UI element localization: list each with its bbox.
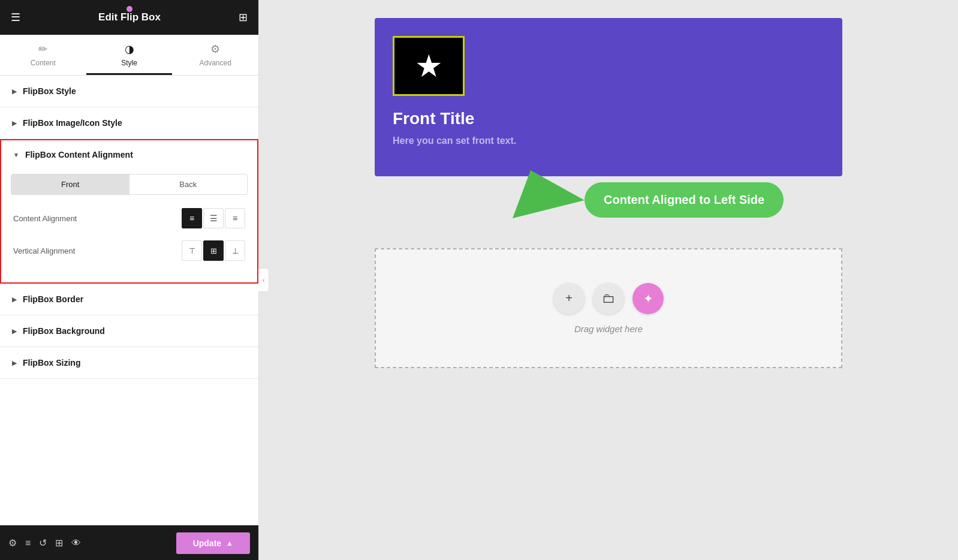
flipbox-sizing-header[interactable]: ▶ FlipBox Sizing xyxy=(0,347,258,378)
accordion-flipbox-content-alignment: ▼ FlipBox Content Alignment Front Back C… xyxy=(0,139,258,284)
chevron-right-icon2: ▶ xyxy=(12,120,17,127)
flipbox-content-alignment-label: FlipBox Content Alignment xyxy=(25,150,133,159)
accordion-flipbox-background: ▶ FlipBox Background xyxy=(0,315,258,347)
flipbox-background-label: FlipBox Background xyxy=(23,326,105,336)
add-widget-button[interactable]: + xyxy=(553,283,585,314)
green-arrow-svg xyxy=(513,170,585,218)
history-icon[interactable]: ↺ xyxy=(39,537,47,549)
chevron-right-icon4: ▶ xyxy=(12,328,17,335)
hamburger-icon[interactable]: ☰ xyxy=(11,11,20,24)
sidebar-header: ☰ Edit Flip Box ⊞ xyxy=(0,0,258,35)
chevron-right-icon5: ▶ xyxy=(12,360,17,366)
svg-marker-0 xyxy=(513,170,585,218)
tab-bar: ✏ Content ◑ Style ⚙ Advanced xyxy=(0,35,258,76)
content-tab-icon: ✏ xyxy=(38,43,47,56)
tab-content[interactable]: ✏ Content xyxy=(0,35,86,75)
grid-icon[interactable]: ⊞ xyxy=(239,11,248,24)
tooltip-area: Content Aligned to Left Side xyxy=(513,170,784,218)
sparkle-icon: ✦ xyxy=(643,291,653,306)
update-label: Update xyxy=(193,538,221,548)
sparkle-widget-button[interactable]: ✦ xyxy=(632,283,664,314)
flipbox-sizing-label: FlipBox Sizing xyxy=(23,358,80,368)
toggle-front[interactable]: Front xyxy=(11,174,129,194)
responsive-icon[interactable]: ⊞ xyxy=(55,537,63,549)
align-right-button[interactable]: ≡ xyxy=(225,208,245,228)
vertical-alignment-row: Vertical Alignment ⊤ ⊞ ⊥ xyxy=(11,238,248,263)
sidebar-content: ▶ FlipBox Style ▶ FlipBox Image/Icon Sty… xyxy=(0,76,258,525)
front-back-toggle: Front Back xyxy=(11,174,248,195)
chevron-right-icon: ▶ xyxy=(12,88,17,95)
vertical-alignment-label: Vertical Alignment xyxy=(13,246,75,255)
align-center-button[interactable]: ☰ xyxy=(203,208,224,228)
content-alignment-row: Content Alignment ≡ ☰ ≡ xyxy=(11,206,248,231)
flipbox-style-label: FlipBox Style xyxy=(23,86,76,96)
accordion-flipbox-sizing: ▶ FlipBox Sizing xyxy=(0,347,258,379)
accordion-flipbox-border: ▶ FlipBox Border xyxy=(0,284,258,315)
flipbox-content-alignment-header[interactable]: ▼ FlipBox Content Alignment xyxy=(1,140,257,169)
preview-icon[interactable]: 👁 xyxy=(71,538,81,549)
accordion-flipbox-style: ▶ FlipBox Style xyxy=(0,76,258,107)
widget-action-buttons: + 🗀 ✦ xyxy=(553,283,664,314)
sidebar: ☰ Edit Flip Box ⊞ ✏ Content ◑ Style ⚙ Ad… xyxy=(0,0,259,560)
valign-bottom-button[interactable]: ⊥ xyxy=(225,240,245,261)
flipbox-preview: ★ Front Title Here you can set front tex… xyxy=(375,18,842,176)
front-title: Front Title xyxy=(393,109,824,128)
flipbox-background-header[interactable]: ▶ FlipBox Background xyxy=(0,315,258,347)
content-alignment-label: Content Alignment xyxy=(13,214,77,223)
front-text: Here you can set front text. xyxy=(393,136,824,146)
advanced-tab-icon: ⚙ xyxy=(210,43,220,56)
flipbox-style-header[interactable]: ▶ FlipBox Style xyxy=(0,76,258,107)
update-button[interactable]: Update ▲ xyxy=(176,532,250,554)
chevron-down-icon: ▼ xyxy=(13,152,19,158)
chevron-up-icon: ▲ xyxy=(226,539,233,547)
style-tab-icon: ◑ xyxy=(125,43,134,56)
layers-icon[interactable]: ≡ xyxy=(25,538,31,549)
star-icon: ★ xyxy=(415,48,443,84)
main-canvas: ★ Front Title Here you can set front tex… xyxy=(259,0,958,560)
accordion-flipbox-image-icon-style: ▶ FlipBox Image/Icon Style xyxy=(0,107,258,139)
align-left-button[interactable]: ≡ xyxy=(182,208,202,228)
footer-icons: ⚙ ≡ ↺ ⊞ 👁 xyxy=(8,537,81,549)
flipbox-border-label: FlipBox Border xyxy=(23,294,83,304)
settings-icon[interactable]: ⚙ xyxy=(8,537,17,549)
flipbox-image-icon-style-header[interactable]: ▶ FlipBox Image/Icon Style xyxy=(0,107,258,139)
drag-text: Drag widget here xyxy=(574,324,643,334)
widget-drop-zone[interactable]: + 🗀 ✦ Drag widget here xyxy=(375,248,842,368)
sidebar-title: Edit Flip Box xyxy=(98,11,161,23)
sidebar-footer: ⚙ ≡ ↺ ⊞ 👁 Update ▲ xyxy=(0,525,258,560)
chevron-right-icon3: ▶ xyxy=(12,296,17,303)
tooltip-bubble: Content Aligned to Left Side xyxy=(585,182,784,218)
tab-advanced[interactable]: ⚙ Advanced xyxy=(172,35,258,75)
style-tab-label: Style xyxy=(121,59,137,67)
sidebar-collapse-handle[interactable]: ‹ xyxy=(258,268,269,292)
purple-dot xyxy=(126,6,132,12)
tab-style[interactable]: ◑ Style xyxy=(86,35,173,75)
advanced-tab-label: Advanced xyxy=(199,59,231,67)
toggle-back[interactable]: Back xyxy=(129,174,248,194)
folder-widget-button[interactable]: 🗀 xyxy=(593,283,624,314)
flipbox-border-header[interactable]: ▶ FlipBox Border xyxy=(0,284,258,315)
vertical-alignment-buttons: ⊤ ⊞ ⊥ xyxy=(182,240,245,261)
valign-top-button[interactable]: ⊤ xyxy=(182,240,202,261)
collapse-icon: ‹ xyxy=(263,276,265,284)
valign-middle-button[interactable]: ⊞ xyxy=(203,240,224,261)
content-alignment-buttons: ≡ ☰ ≡ xyxy=(182,208,245,228)
flipbox-image-icon-style-label: FlipBox Image/Icon Style xyxy=(23,118,122,128)
content-tab-label: Content xyxy=(31,59,56,67)
flipbox-icon-box: ★ xyxy=(393,36,465,96)
flipbox-content-alignment-body: Front Back Content Alignment ≡ ☰ ≡ Verti… xyxy=(1,169,257,282)
folder-icon: 🗀 xyxy=(602,291,615,306)
